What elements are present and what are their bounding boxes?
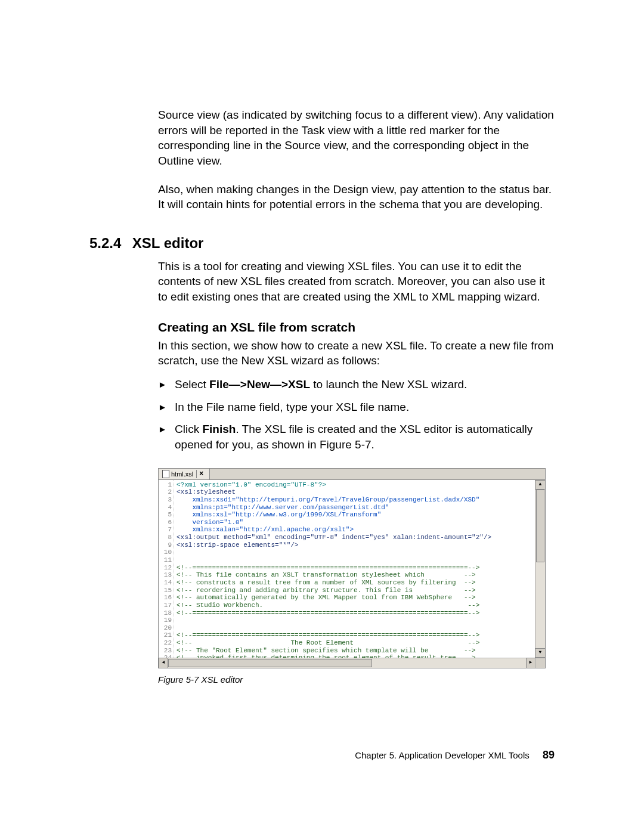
code-line: <!-- reordering and adding arbitrary str… — [177, 587, 476, 594]
scroll-left-icon[interactable]: ◄ — [159, 658, 168, 668]
code-area[interactable]: <?xml version="1.0" encoding="UTF-8"?> <… — [174, 480, 535, 658]
list-item: ► Click Finish. The XSL file is created … — [158, 422, 555, 452]
page-number: 89 — [543, 749, 555, 761]
list-item: ► In the File name field, type your XSL … — [158, 400, 555, 415]
horizontal-scrollbar[interactable]: ◄ ► — [159, 658, 545, 668]
code-line: xmlns:xsd1="http://tempuri.org/Travel/Tr… — [177, 496, 479, 503]
page-root: Source view (as indicated by switching f… — [0, 0, 644, 685]
bullet-text-pre: Select — [175, 378, 209, 391]
scroll-thumb[interactable] — [168, 659, 372, 667]
file-icon — [162, 470, 169, 478]
editor-tab[interactable]: html.xsl × — [159, 469, 210, 479]
footer-chapter: Chapter 5. Application Developer XML Too… — [355, 750, 530, 760]
code-line: <!--====================================… — [177, 631, 479, 639]
bullet-list: ► Select File—>New—>XSL to launch the Ne… — [158, 377, 555, 453]
intro-paragraph-1: Source view (as indicated by switching f… — [158, 107, 555, 169]
bullet-marker-icon: ► — [158, 400, 175, 413]
code-line: <!-- constructs a result tree from a num… — [177, 579, 476, 586]
bullet-text-pre: In the File name field, type your XSL fi… — [175, 401, 409, 413]
code-line: <!-- Studio Workbench. --> — [177, 602, 479, 609]
code-line: <xsl:output method="xml" encoding="UTF-8… — [177, 534, 491, 541]
bullet-text-bold: Finish — [202, 423, 236, 435]
line-number-gutter: 1 2 3 4 5 6 7 8 9 10 11 12 13 14 15 16 1… — [159, 480, 174, 658]
section-paragraph: This is a tool for creating and viewing … — [158, 259, 555, 305]
bullet-text-pre: Click — [175, 423, 202, 435]
bullet-marker-icon: ► — [158, 377, 175, 391]
subsection-paragraph: In this section, we show how to create a… — [158, 338, 555, 368]
scroll-corner — [535, 658, 545, 668]
editor-body: 1 2 3 4 5 6 7 8 9 10 11 12 13 14 15 16 1… — [159, 480, 545, 658]
editor-tab-bar: html.xsl × — [159, 469, 545, 480]
scroll-right-icon[interactable]: ► — [526, 658, 535, 668]
section-title: XSL editor — [132, 235, 204, 251]
scroll-down-icon[interactable]: ▼ — [535, 648, 546, 658]
code-line: <!-- automatically generated by the XML … — [177, 594, 476, 601]
editor-window: html.xsl × 1 2 3 4 5 6 7 8 9 10 11 12 13… — [158, 468, 546, 668]
code-line: <xsl:stylesheet — [177, 488, 236, 496]
code-line: <!-- The "Root Element" section specifie… — [177, 647, 476, 654]
code-line: <!--====================================… — [177, 564, 479, 571]
list-item: ► Select File—>New—>XSL to launch the Ne… — [158, 377, 555, 392]
code-line: <xsl:strip-space elements="*"/> — [177, 541, 299, 549]
bullet-marker-icon: ► — [158, 422, 175, 435]
section-number: 5.2.4 — [89, 235, 121, 252]
code-line: <?xml version="1.0" encoding="UTF-8"?> — [177, 481, 326, 488]
code-line: xmlns:p1="http://www.server.com/passenge… — [177, 504, 389, 511]
figure-xsl-editor: html.xsl × 1 2 3 4 5 6 7 8 9 10 11 12 13… — [158, 468, 546, 685]
code-line: <!-- This file contains an XSLT transfor… — [177, 571, 476, 578]
scroll-thumb[interactable] — [536, 490, 544, 562]
code-line: <!--====================================… — [177, 609, 479, 617]
subsection-heading: Creating an XSL file from scratch — [158, 320, 555, 335]
editor-tab-label: html.xsl — [171, 470, 193, 478]
figure-caption: Figure 5-7 XSL editor — [158, 674, 546, 685]
code-line: xmlns:xalan="http://xml.apache.org/xslt"… — [177, 526, 354, 533]
page-footer: Chapter 5. Application Developer XML Too… — [355, 749, 555, 761]
code-line: xmlns:xsl="http://www.w3.org/1999/XSL/Tr… — [177, 511, 381, 518]
section-heading: 5.2.4 XSL editor — [89, 235, 555, 252]
vertical-scrollbar[interactable]: ▲ ▼ — [535, 480, 545, 658]
bullet-text-post: to launch the New XSL wizard. — [310, 378, 467, 391]
scroll-up-icon[interactable]: ▲ — [535, 480, 546, 490]
bullet-text-bold: File—>New—>XSL — [209, 378, 310, 391]
code-line: <!-- The Root Element --> — [177, 639, 479, 646]
code-line: version="1.0" — [177, 519, 243, 526]
close-icon[interactable]: × — [196, 470, 206, 478]
intro-paragraph-2: Also, when making changes in the Design … — [158, 182, 555, 212]
